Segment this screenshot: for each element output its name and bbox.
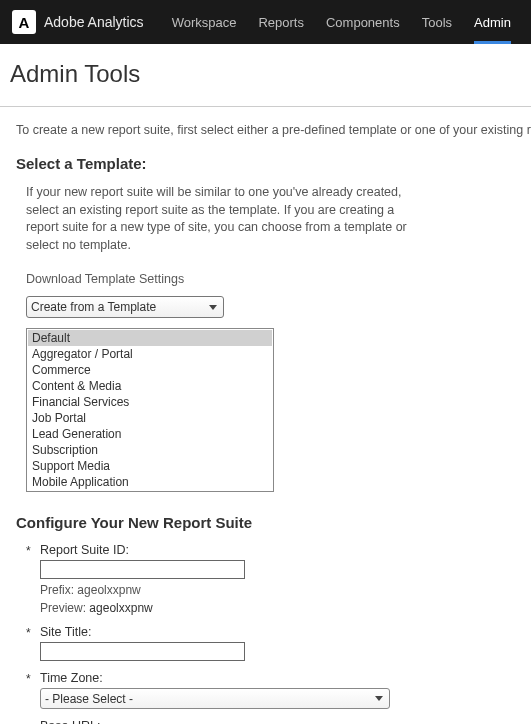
template-option-job-portal[interactable]: Job Portal <box>28 410 272 426</box>
nav-workspace[interactable]: Workspace <box>172 0 237 44</box>
app-title: Adobe Analytics <box>44 14 144 30</box>
nav-tools[interactable]: Tools <box>422 0 452 44</box>
template-option-content-media[interactable]: Content & Media <box>28 378 272 394</box>
required-marker: * <box>26 671 40 709</box>
configure-heading: Configure Your New Report Suite <box>16 514 515 531</box>
required-spacer <box>26 719 40 724</box>
template-option-financial[interactable]: Financial Services <box>28 394 272 410</box>
template-option-mobile-app[interactable]: Mobile Application <box>28 474 272 490</box>
template-help-text: If your new report suite will be similar… <box>26 184 426 254</box>
report-suite-id-input[interactable] <box>40 560 245 579</box>
site-title-label: Site Title: <box>40 625 245 639</box>
preview-label: Preview: <box>40 601 86 615</box>
site-title-input[interactable] <box>40 642 245 661</box>
select-template-heading: Select a Template: <box>16 155 515 172</box>
prefix-label: Prefix: <box>40 583 74 597</box>
nav-admin[interactable]: Admin <box>474 0 511 44</box>
base-url-label: Base URL: <box>40 719 245 724</box>
page-title: Admin Tools <box>0 44 531 107</box>
nav-components[interactable]: Components <box>326 0 400 44</box>
template-option-default[interactable]: Default <box>28 330 272 346</box>
template-option-support-media[interactable]: Support Media <box>28 458 272 474</box>
download-template-link[interactable]: Download Template Settings <box>26 272 515 286</box>
required-marker: * <box>26 543 40 615</box>
preview-line: Preview: ageolxxpnw <box>40 601 245 615</box>
template-mode-select[interactable]: Create from a Template <box>26 296 224 318</box>
template-option-lead-gen[interactable]: Lead Generation <box>28 426 272 442</box>
report-suite-id-label: Report Suite ID: <box>40 543 245 557</box>
chevron-down-icon <box>375 696 383 701</box>
preview-value: ageolxxpnw <box>89 601 152 615</box>
time-zone-value: - Please Select - <box>45 692 133 706</box>
nav-reports[interactable]: Reports <box>258 0 304 44</box>
logo-letter: A <box>19 14 30 31</box>
prefix-value: ageolxxpnw <box>77 583 140 597</box>
time-zone-select[interactable]: - Please Select - <box>40 688 390 709</box>
template-option-commerce[interactable]: Commerce <box>28 362 272 378</box>
template-listbox[interactable]: Default Aggregator / Portal Commerce Con… <box>26 328 274 492</box>
adobe-logo-icon: A <box>12 10 36 34</box>
chevron-down-icon <box>209 305 217 310</box>
intro-text: To create a new report suite, first sele… <box>16 123 515 137</box>
time-zone-label: Time Zone: <box>40 671 390 685</box>
required-marker: * <box>26 625 40 661</box>
template-mode-value: Create from a Template <box>31 300 156 314</box>
top-nav-bar: A Adobe Analytics Workspace Reports Comp… <box>0 0 531 44</box>
prefix-line: Prefix: ageolxxpnw <box>40 583 245 597</box>
template-option-aggregator[interactable]: Aggregator / Portal <box>28 346 272 362</box>
template-option-subscription[interactable]: Subscription <box>28 442 272 458</box>
